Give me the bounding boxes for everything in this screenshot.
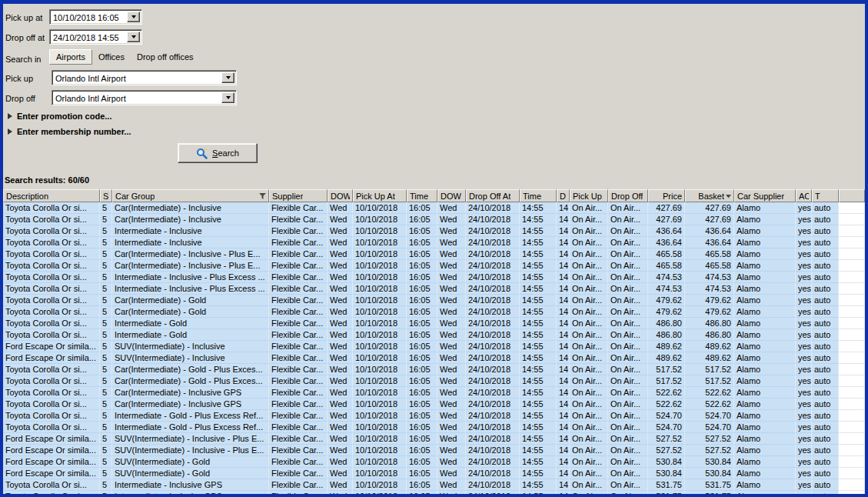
- table-row[interactable]: Ford Escape Or simila...5SUV(Intermediat…: [3, 456, 865, 468]
- table-row[interactable]: Toyota Corolla Or si...5Car(Intermediate…: [3, 306, 865, 318]
- table-row[interactable]: Toyota Corolla Or si...5Car(Intermediate…: [3, 248, 865, 260]
- cell-dow-2: Wed: [437, 479, 466, 491]
- column-header-t[interactable]: T: [812, 189, 839, 202]
- column-header-description[interactable]: Description: [3, 189, 100, 202]
- cell-pick-up: On Air...: [570, 306, 608, 318]
- cell-dow-1: Wed: [328, 387, 353, 399]
- column-header-blank[interactable]: [839, 189, 865, 202]
- cell-drop-off-at: 24/10/2018: [466, 237, 520, 248]
- dropoff-location-combo[interactable]: Orlando Intl Airport: [52, 90, 237, 105]
- cell-pick-up-at: 10/10/2018: [353, 491, 407, 494]
- dropdown-arrow-icon[interactable]: [221, 92, 234, 103]
- column-header-pick-up-at[interactable]: Pick Up At: [353, 189, 407, 202]
- table-row[interactable]: Toyota Corolla Or si...5Intermediate - I…: [3, 479, 865, 491]
- column-header-time-1[interactable]: Time: [407, 189, 437, 202]
- column-header-dow-1[interactable]: DOW: [328, 189, 353, 202]
- column-header-drop-off-at[interactable]: Drop Off At: [466, 189, 520, 202]
- dropdown-arrow-icon[interactable]: [221, 72, 234, 83]
- column-header-time-2[interactable]: Time: [520, 189, 557, 202]
- sort-icon[interactable]: [726, 194, 731, 198]
- dropoff-at-combo[interactable]: 24/10/2018 14:55: [49, 29, 142, 45]
- cell-basket: 486.80: [685, 318, 734, 329]
- cell-blank: [839, 248, 865, 260]
- tab-offices[interactable]: Offices: [92, 49, 131, 65]
- tab-drop-off-offices[interactable]: Drop off offices: [131, 49, 200, 65]
- membership-number-expander[interactable]: Enter membership number...: [8, 127, 131, 136]
- cell-pick-up: On Air...: [570, 329, 608, 341]
- cell-basket: 427.69: [685, 214, 734, 225]
- table-row[interactable]: Toyota Corolla Or si...5Intermediate - G…: [3, 329, 865, 341]
- cell-ac: yes: [796, 329, 812, 341]
- column-header-price[interactable]: Price: [648, 189, 685, 202]
- table-row[interactable]: Ford Escape Or simila...5SUV(Intermediat…: [3, 433, 865, 445]
- cell-pick-up: On Air...: [570, 479, 608, 491]
- promotion-code-expander[interactable]: Enter promotion code...: [8, 112, 111, 121]
- cell-car-supplier: Alamo: [734, 422, 796, 433]
- cell-description: Toyota Corolla Or si...: [3, 479, 100, 491]
- column-header-car-group[interactable]: Car Group: [112, 189, 269, 202]
- column-header-car-supplier[interactable]: Car Supplier: [734, 189, 796, 202]
- cell-time-1: 16:05: [407, 375, 437, 387]
- tab-airports[interactable]: Airports: [49, 49, 92, 65]
- table-row[interactable]: Toyota Corolla Or si...5Intermediate - I…: [3, 237, 865, 248]
- cell-car-supplier: Alamo: [734, 202, 796, 214]
- column-header-ac[interactable]: AC: [796, 189, 812, 202]
- cell-description: Toyota Corolla Or si...: [3, 248, 100, 260]
- table-row[interactable]: Toyota Corolla Or si...5Car(Intermediate…: [3, 202, 865, 214]
- table-row[interactable]: Toyota Corolla Or si...5Car(Intermediate…: [3, 375, 865, 387]
- column-header-drop-off[interactable]: Drop Off: [608, 189, 648, 202]
- cell-description: Toyota Corolla Or si...: [3, 225, 100, 237]
- column-header-supplier[interactable]: Supplier: [269, 189, 328, 202]
- expander-arrow-icon: [8, 128, 12, 135]
- cell-car-group: Car(Intermediate) - Inclusive: [112, 214, 269, 225]
- column-header-dow-2[interactable]: DOW: [437, 189, 466, 202]
- column-header-basket[interactable]: Basket: [685, 189, 734, 202]
- cell-time-2: 14:55: [520, 422, 557, 433]
- pickup-at-combo[interactable]: 10/10/2018 16:05: [49, 9, 142, 25]
- column-header-pick-up[interactable]: Pick Up: [570, 189, 608, 202]
- cell-pick-up-at: 10/10/2018: [353, 318, 407, 329]
- table-row[interactable]: Toyota Corolla Or si...5Intermediate - G…: [3, 318, 865, 329]
- table-row[interactable]: Toyota Corolla Or si...5Car(Intermediate…: [3, 214, 865, 225]
- dropdown-arrow-icon[interactable]: [127, 32, 140, 42]
- dropdown-arrow-icon[interactable]: [127, 12, 140, 22]
- table-row[interactable]: Toyota Corolla Or si...5Intermediate - I…: [3, 272, 865, 283]
- table-row[interactable]: Toyota Corolla Or si...5Intermediate - I…: [3, 491, 865, 494]
- cell-basket: 530.84: [685, 468, 734, 479]
- table-row[interactable]: Toyota Corolla Or si...5Intermediate - G…: [3, 410, 865, 422]
- cell-dow-1: Wed: [328, 479, 353, 491]
- cell-t: auto: [812, 248, 839, 260]
- cell-time-1: 16:05: [407, 445, 437, 456]
- search-button[interactable]: Search: [178, 143, 258, 163]
- column-header-s[interactable]: S: [100, 189, 112, 202]
- table-row[interactable]: Ford Escape Or simila...5SUV(Intermediat…: [3, 341, 865, 352]
- cell-price: 465.58: [648, 248, 685, 260]
- cell-time-1: 16:05: [407, 248, 437, 260]
- cell-car-group: Car(Intermediate) - Gold: [112, 295, 269, 306]
- cell-time-1: 16:05: [407, 456, 437, 468]
- cell-time-2: 14:55: [520, 341, 557, 352]
- cell-car-supplier: Alamo: [734, 399, 796, 410]
- cell-dow-2: Wed: [437, 410, 466, 422]
- cell-dow-2: Wed: [437, 375, 466, 387]
- table-row[interactable]: Toyota Corolla Or si...5Intermediate - I…: [3, 283, 865, 295]
- cell-description: Toyota Corolla Or si...: [3, 329, 100, 341]
- pickup-location-combo[interactable]: Orlando Intl Airport: [52, 70, 237, 85]
- cell-d: 14: [557, 433, 570, 445]
- table-row[interactable]: Toyota Corolla Or si...5Intermediate - I…: [3, 225, 865, 237]
- cell-pick-up-at: 10/10/2018: [353, 272, 407, 283]
- table-row[interactable]: Ford Escape Or simila...5SUV(Intermediat…: [3, 352, 865, 364]
- table-row[interactable]: Toyota Corolla Or si...5Car(Intermediate…: [3, 364, 865, 375]
- table-row[interactable]: Ford Escape Or simila...5SUV(Intermediat…: [3, 468, 865, 479]
- table-row[interactable]: Toyota Corolla Or si...5Car(Intermediate…: [3, 260, 865, 272]
- cell-pick-up-at: 10/10/2018: [353, 341, 407, 352]
- table-row[interactable]: Toyota Corolla Or si...5Car(Intermediate…: [3, 399, 865, 410]
- column-header-d[interactable]: D: [557, 189, 570, 202]
- table-row[interactable]: Ford Escape Or simila...5SUV(Intermediat…: [3, 445, 865, 456]
- filter-icon[interactable]: [259, 193, 266, 199]
- cell-time-2: 14:55: [520, 248, 557, 260]
- table-row[interactable]: Toyota Corolla Or si...5Car(Intermediate…: [3, 387, 865, 399]
- cell-price: 486.80: [648, 318, 685, 329]
- table-row[interactable]: Toyota Corolla Or si...5Car(Intermediate…: [3, 295, 865, 306]
- table-row[interactable]: Toyota Corolla Or si...5Intermediate - G…: [3, 422, 865, 433]
